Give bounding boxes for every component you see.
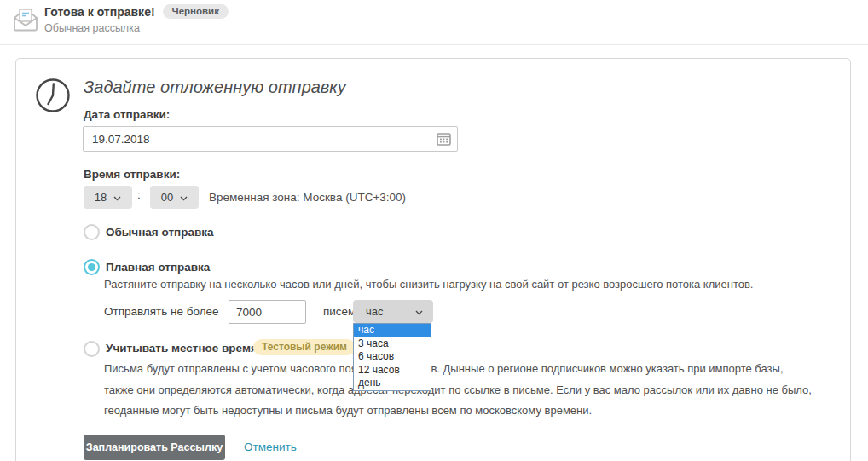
timezone-note: Временная зона: Москва (UTC+3:00) bbox=[209, 186, 406, 209]
description-line: также они определяются автоматически, ко… bbox=[104, 380, 812, 401]
chevron-down-icon bbox=[180, 191, 188, 204]
calendar-icon[interactable] bbox=[437, 132, 451, 149]
date-field-wrap bbox=[83, 126, 458, 152]
time-label: Время отправки: bbox=[84, 168, 180, 181]
hour-select[interactable]: 18 bbox=[84, 186, 132, 209]
chevron-down-icon bbox=[415, 305, 423, 318]
clock-icon bbox=[34, 77, 72, 118]
radio-regular-send[interactable] bbox=[84, 224, 100, 240]
panel-title: Задайте отложенную отправку bbox=[84, 78, 346, 97]
campaign-title: Готова к отправке! bbox=[44, 5, 155, 19]
period-value: час bbox=[366, 305, 384, 318]
chevron-down-icon bbox=[113, 191, 121, 204]
dropdown-option-day[interactable]: день bbox=[354, 377, 431, 390]
local-time-description: Письма будут отправлены с учетом часовог… bbox=[104, 359, 812, 422]
emails-count-input[interactable] bbox=[229, 300, 306, 324]
date-input[interactable] bbox=[83, 126, 458, 152]
schedule-campaign-button[interactable]: Запланировать Рассылку bbox=[84, 435, 225, 460]
status-badge: Черновик bbox=[163, 4, 229, 19]
open-envelope-icon bbox=[12, 7, 39, 36]
minute-select[interactable]: 00 bbox=[150, 186, 199, 209]
dropdown-option-6h[interactable]: 6 часов bbox=[354, 350, 431, 364]
dropdown-option-hour[interactable]: час bbox=[354, 324, 431, 337]
minute-value: 00 bbox=[161, 191, 173, 204]
radio-local-time[interactable] bbox=[84, 341, 100, 357]
period-select[interactable]: час bbox=[353, 300, 433, 323]
dropdown-option-12h[interactable]: 12 часов bbox=[354, 364, 431, 377]
radio-smooth-send[interactable] bbox=[84, 259, 100, 275]
date-label: Дата отправки: bbox=[84, 108, 170, 121]
smooth-send-description: Растяните отправку на несколько часов ил… bbox=[104, 278, 753, 291]
period-dropdown-list: час 3 часа 6 часов 12 часов день bbox=[353, 323, 431, 391]
dropdown-option-3h[interactable]: 3 часа bbox=[354, 337, 431, 351]
regular-send-label[interactable]: Обычная отправка bbox=[106, 226, 214, 239]
hour-value: 18 bbox=[95, 191, 107, 204]
page: Готова к отправке! Черновик Обычная расс… bbox=[0, 0, 868, 461]
smooth-send-label[interactable]: Плавная отправка bbox=[106, 261, 210, 274]
delayed-send-panel: Задайте отложенную отправку Дата отправк… bbox=[15, 58, 851, 461]
campaign-type: Обычная рассылка bbox=[44, 22, 140, 34]
test-mode-badge: Тестовый режим bbox=[253, 339, 356, 355]
description-line: Письма будут отправлены с учетом часовог… bbox=[104, 359, 812, 380]
cancel-link[interactable]: Отменить bbox=[244, 441, 297, 453]
time-separator: : bbox=[137, 188, 141, 201]
description-line: геоданные могут быть недоступны и письма… bbox=[104, 400, 812, 422]
local-time-label[interactable]: Учитывать местное время bbox=[106, 342, 258, 354]
throttle-prefix: Отправлять не более bbox=[104, 300, 219, 324]
campaign-header: Готова к отправке! Черновик Обычная расс… bbox=[0, 0, 868, 45]
